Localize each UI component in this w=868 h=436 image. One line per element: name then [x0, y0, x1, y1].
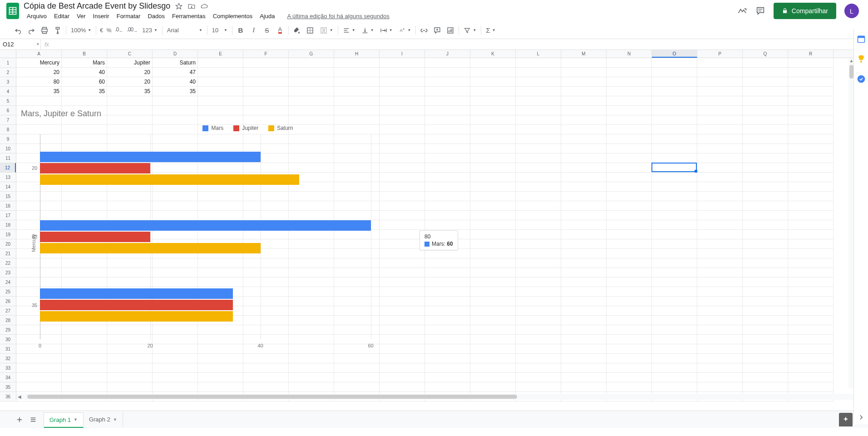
- cell[interactable]: [607, 258, 652, 268]
- cell[interactable]: [516, 173, 561, 182]
- cell[interactable]: [107, 363, 153, 373]
- cell[interactable]: [607, 173, 652, 182]
- cell[interactable]: [516, 211, 561, 220]
- all-sheets-button[interactable]: [26, 413, 40, 426]
- row-header[interactable]: 10: [0, 144, 16, 154]
- cell[interactable]: [697, 220, 743, 230]
- cell[interactable]: [697, 87, 743, 96]
- cell[interactable]: [607, 211, 652, 220]
- cell[interactable]: [788, 306, 833, 316]
- cell[interactable]: [697, 258, 743, 268]
- cell[interactable]: [289, 354, 334, 363]
- cell[interactable]: [561, 239, 607, 249]
- cell[interactable]: [516, 344, 561, 354]
- cell[interactable]: [607, 287, 652, 297]
- cell[interactable]: [470, 182, 516, 192]
- cell[interactable]: [334, 363, 380, 373]
- col-header[interactable]: M: [561, 50, 607, 58]
- cell[interactable]: [334, 58, 380, 68]
- cell[interactable]: [697, 249, 743, 258]
- cell[interactable]: [788, 249, 833, 258]
- row-header[interactable]: 31: [0, 344, 16, 354]
- row-header[interactable]: 18: [0, 220, 16, 230]
- cell[interactable]: [607, 382, 652, 392]
- cell[interactable]: [652, 258, 697, 268]
- dec-more-button[interactable]: .00→: [125, 26, 139, 34]
- cell[interactable]: [652, 201, 697, 211]
- row-header[interactable]: 16: [0, 201, 16, 211]
- cell[interactable]: [516, 268, 561, 277]
- star-icon[interactable]: [175, 2, 183, 10]
- horizontal-scrollbar[interactable]: ◀▶: [16, 394, 861, 400]
- cell[interactable]: [743, 382, 788, 392]
- cell[interactable]: [652, 211, 697, 220]
- cell[interactable]: [561, 287, 607, 297]
- cell[interactable]: [198, 87, 243, 96]
- italic-button[interactable]: I: [247, 24, 260, 37]
- cell[interactable]: [743, 344, 788, 354]
- cell[interactable]: [198, 382, 243, 392]
- cell[interactable]: [697, 77, 743, 87]
- cell[interactable]: [516, 335, 561, 344]
- cell[interactable]: [743, 134, 788, 144]
- cell[interactable]: [743, 144, 788, 154]
- cell[interactable]: [425, 354, 470, 363]
- cell[interactable]: [788, 220, 833, 230]
- cell[interactable]: [697, 268, 743, 277]
- cell[interactable]: 35: [16, 87, 62, 96]
- cell[interactable]: [743, 211, 788, 220]
- cell[interactable]: 20: [16, 68, 62, 77]
- cell[interactable]: [788, 77, 833, 87]
- cell[interactable]: [516, 106, 561, 115]
- cell[interactable]: [788, 58, 833, 68]
- cell[interactable]: Mercury: [16, 58, 62, 68]
- cell[interactable]: [516, 239, 561, 249]
- cell[interactable]: [561, 335, 607, 344]
- cell[interactable]: [516, 363, 561, 373]
- bar[interactable]: [40, 311, 233, 322]
- cell[interactable]: [425, 363, 470, 373]
- cell[interactable]: [107, 382, 153, 392]
- cell[interactable]: [743, 201, 788, 211]
- cell[interactable]: [607, 68, 652, 77]
- bar[interactable]: [40, 232, 150, 242]
- print-button[interactable]: [38, 24, 51, 37]
- cell[interactable]: [607, 144, 652, 154]
- cell[interactable]: 35: [107, 87, 153, 96]
- cell[interactable]: [470, 163, 516, 173]
- col-header[interactable]: P: [697, 50, 743, 58]
- cell[interactable]: [425, 382, 470, 392]
- cell[interactable]: [243, 363, 289, 373]
- cell[interactable]: [470, 325, 516, 335]
- cell[interactable]: [652, 325, 697, 335]
- cell[interactable]: [788, 373, 833, 382]
- cell[interactable]: [697, 58, 743, 68]
- bar[interactable]: [40, 288, 233, 299]
- cell[interactable]: [652, 182, 697, 192]
- filter-button[interactable]: ▼: [461, 24, 479, 37]
- cell[interactable]: [788, 68, 833, 77]
- cell[interactable]: [652, 306, 697, 316]
- borders-button[interactable]: [304, 24, 316, 37]
- cell[interactable]: [470, 201, 516, 211]
- cell[interactable]: [788, 325, 833, 335]
- cell[interactable]: [470, 306, 516, 316]
- cell[interactable]: [652, 77, 697, 87]
- col-header[interactable]: J: [425, 50, 470, 58]
- cell[interactable]: [289, 363, 334, 373]
- menu-ajuda[interactable]: Ajuda: [256, 12, 278, 20]
- cell[interactable]: [697, 211, 743, 220]
- cell[interactable]: [561, 316, 607, 325]
- select-all-corner[interactable]: [0, 50, 16, 58]
- cell[interactable]: [470, 277, 516, 287]
- cell[interactable]: [516, 354, 561, 363]
- row-headers[interactable]: 1234567891011121314151617181920212223242…: [0, 58, 16, 401]
- cell[interactable]: [243, 87, 289, 96]
- cell[interactable]: [743, 287, 788, 297]
- column-headers[interactable]: ABCDEFGHIJKLMNOPQR: [16, 50, 868, 58]
- row-header[interactable]: 29: [0, 325, 16, 335]
- cell[interactable]: [697, 192, 743, 201]
- col-header[interactable]: O: [652, 50, 697, 58]
- menu-inserir[interactable]: Inserir: [90, 12, 113, 20]
- cell[interactable]: [607, 373, 652, 382]
